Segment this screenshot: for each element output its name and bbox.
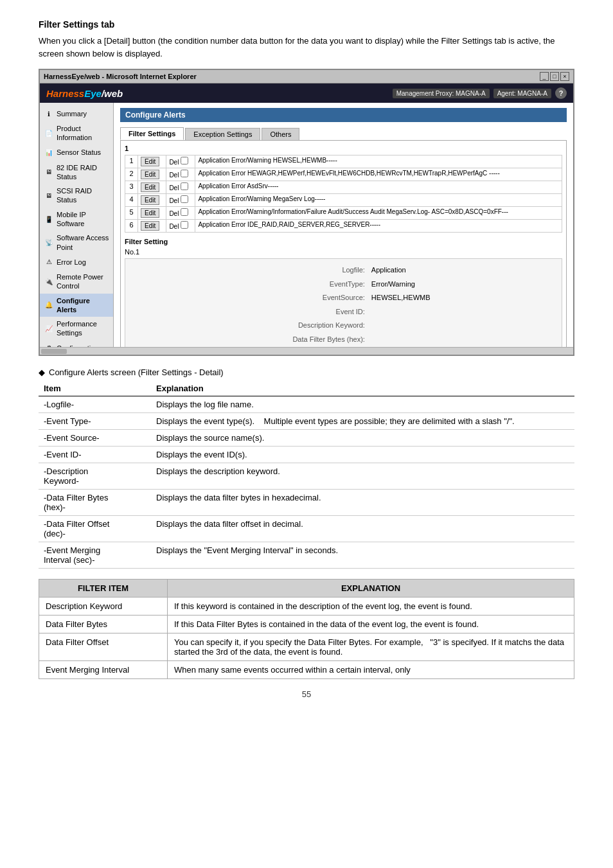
minimize-button[interactable]: _: [540, 72, 549, 81]
tab-others[interactable]: Others: [262, 128, 299, 140]
sidebar-item-ide-raid[interactable]: 🖥 82 IDE RAID Status: [40, 161, 113, 184]
sidebar-label-remote-power: Remote Power Control: [57, 272, 109, 291]
horizontal-scrollbar[interactable]: [40, 347, 573, 355]
exp-explanation-description: Displays the description keyword.: [151, 463, 574, 490]
performance-icon: 📈: [44, 323, 54, 333]
sidebar-item-error-log[interactable]: ⚠ Error Log: [40, 254, 113, 270]
sidebar-item-software-access[interactable]: 📡 Software Access Point: [40, 231, 113, 254]
filter-explanation-event-merging: When many same events occurred within a …: [168, 661, 574, 679]
scsi-raid-icon: 🖥: [44, 190, 54, 200]
exp-item-event-merging: -Event MergingInterval (sec)-: [39, 542, 151, 569]
table-header-no: 1: [125, 145, 562, 152]
sidebar: ℹ Summary 📄 Product Information 📊 Sensor…: [40, 103, 114, 347]
edit-btn-5[interactable]: Edit: [141, 208, 159, 218]
remote-power-icon: 🔌: [44, 276, 54, 287]
del-col-3: Del: [166, 181, 195, 194]
filter-item-data-filter-bytes: Data Filter Bytes: [39, 616, 168, 633]
sidebar-item-mobile-ip[interactable]: 📱 Mobile IP Software: [40, 208, 113, 231]
del-check-3[interactable]: [181, 182, 188, 190]
section-title: Filter Settings tab: [39, 19, 574, 30]
edit-btn-4[interactable]: Edit: [141, 195, 159, 205]
close-button[interactable]: ×: [560, 72, 569, 81]
page-content: Filter Settings tab When you click a [De…: [39, 19, 574, 699]
exp-explanation-event-type: Displays the event type(s). Multiple eve…: [151, 413, 574, 430]
filter-setting-title: Filter Setting: [125, 238, 562, 245]
exp-explanation-event-id: Displays the event ID(s).: [151, 447, 574, 463]
table-row: 4 Edit Del Application Error/Warning Meg…: [125, 194, 562, 207]
browser-window: HarnessEye/web - Microsoft Internet Expl…: [39, 69, 574, 356]
row-num-5: 5: [125, 207, 138, 220]
exp-item-event-id: -Event ID-: [39, 447, 151, 463]
del-check-4[interactable]: [181, 195, 188, 203]
ide-raid-icon: 🖥: [44, 167, 54, 177]
explanation-row: -Data Filter Offset(dec)- Displays the d…: [39, 516, 574, 542]
explanation-row: -Event Source- Displays the source name(…: [39, 430, 574, 447]
diamond-icon: ◆: [39, 368, 45, 377]
sidebar-item-product-info[interactable]: 📄 Product Information: [40, 121, 113, 145]
del-col-2: Del: [166, 168, 195, 181]
del-check-2[interactable]: [181, 170, 188, 177]
app-body: ℹ Summary 📄 Product Information 📊 Sensor…: [40, 103, 573, 347]
desc-5: Application Error/Warning/Information/Fa…: [195, 207, 562, 220]
filter-item-col2-header: EXPLANATION: [168, 580, 574, 598]
sidebar-item-configuration[interactable]: ⚙ Configuration: [40, 341, 113, 347]
maximize-button[interactable]: □: [550, 72, 559, 81]
edit-btn-1[interactable]: Edit: [141, 157, 159, 166]
del-check-6[interactable]: [181, 221, 188, 229]
help-button[interactable]: ?: [555, 87, 567, 99]
filter-item-row: Event Merging Interval When many same ev…: [39, 661, 574, 679]
window-controls: _ □ ×: [540, 72, 569, 81]
edit-btn-2[interactable]: Edit: [141, 170, 159, 179]
agent-label: Agent: MAGNA-A: [493, 89, 551, 98]
del-check-5[interactable]: [181, 208, 188, 216]
filter-item-row: Data Filter Offset You can specify it, i…: [39, 633, 574, 661]
header-right: Management Proxy: MAGNA-A Agent: MAGNA-A…: [393, 87, 567, 99]
explanation-row: -DescriptionKeyword- Displays the descri…: [39, 463, 574, 490]
browser-titlebar: HarnessEye/web - Microsoft Internet Expl…: [40, 70, 573, 84]
tab-content: 1 1 Edit Del Application Error/Warning H…: [120, 140, 567, 347]
desc-3: Application Error AsdSrv-----: [195, 181, 562, 194]
table-row: 3 Edit Del Application Error AsdSrv-----: [125, 181, 562, 194]
explanation-row: -Event ID- Displays the event ID(s).: [39, 447, 574, 463]
exp-item-event-source: -Event Source-: [39, 430, 151, 447]
configure-alerts-icon: 🔔: [44, 300, 54, 310]
sidebar-item-summary[interactable]: ℹ Summary: [40, 106, 113, 121]
row-num-3: 3: [125, 181, 138, 194]
filter-explanation-description-keyword: If this keyword is contained in the desc…: [168, 598, 574, 616]
exp-explanation-logfile: Displays the log file name.: [151, 396, 574, 413]
sidebar-item-configure-alerts[interactable]: 🔔 Configure Alerts: [40, 294, 113, 317]
table-row: 2 Edit Del Application Error HEWAGR,HEWP…: [125, 168, 562, 181]
explanation-row: -Event MergingInterval (sec)- Displays t…: [39, 542, 574, 569]
desc-6: Application Error IDE_RAID,RAID_SERVER,R…: [195, 220, 562, 233]
sidebar-item-sensor-status[interactable]: 📊 Sensor Status: [40, 145, 113, 161]
page-number: 55: [39, 689, 574, 699]
filter-explanation-data-filter-bytes: If this Data Filter Bytes is contained i…: [168, 616, 574, 633]
edit-btn-6[interactable]: Edit: [141, 221, 159, 231]
configuration-icon: ⚙: [44, 343, 54, 347]
row-num-2: 2: [125, 168, 138, 181]
edit-btn-3[interactable]: Edit: [141, 182, 159, 192]
sidebar-label-software-access: Software Access Point: [57, 233, 109, 252]
exp-item-logfile: -Logfile-: [39, 396, 151, 413]
del-col-6: Del: [166, 220, 195, 233]
sidebar-item-scsi-raid[interactable]: 🖥 SCSI RAID Status: [40, 184, 113, 208]
desc-2: Application Error HEWAGR,HEWPerf,HEWEvFl…: [195, 168, 562, 181]
filter-setting-detail: Logfile: Application EventType: Error/Wa…: [125, 258, 562, 347]
tab-exception-settings[interactable]: Exception Settings: [185, 128, 260, 140]
exp-explanation-data-filter-offset: Displays the data filter offset in decim…: [151, 516, 574, 542]
filter-item-col1-header: FILTER ITEM: [39, 580, 168, 598]
app-logo: HarnessEye/web: [46, 88, 123, 99]
row-num-6: 6: [125, 220, 138, 233]
table-row: 6 Edit Del Application Error IDE_RAID,RA…: [125, 220, 562, 233]
sidebar-item-performance[interactable]: 📈 Performance Settings: [40, 317, 113, 341]
filter-item-description-keyword: Description Keyword: [39, 598, 168, 616]
explanation-row: -Event Type- Displays the event type(s).…: [39, 413, 574, 430]
explanation-row: -Logfile- Displays the log file name.: [39, 396, 574, 413]
tab-filter-settings[interactable]: Filter Settings: [120, 127, 184, 140]
desc-4: Application Error/Warning MegaServ Log--…: [195, 194, 562, 207]
exp-explanation-data-filter-bytes: Displays the data filter bytes in hexade…: [151, 490, 574, 516]
mobile-ip-icon: 📱: [44, 214, 54, 224]
del-check-1[interactable]: [181, 157, 188, 164]
main-panel: Configure Alerts Filter Settings Excepti…: [114, 103, 573, 347]
sidebar-item-remote-power[interactable]: 🔌 Remote Power Control: [40, 270, 113, 294]
